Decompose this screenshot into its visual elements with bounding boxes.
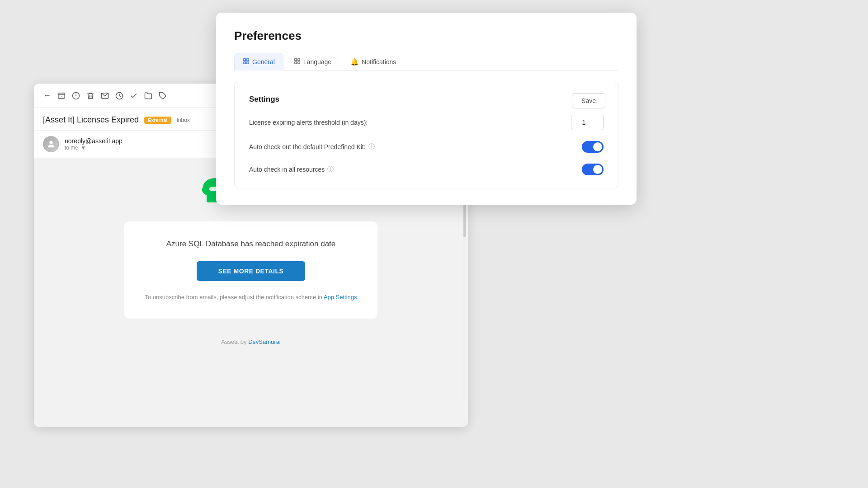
badge-external: External xyxy=(144,117,171,124)
auto-checkin-label: Auto check in all resources ⓘ xyxy=(249,165,334,174)
svg-point-7 xyxy=(49,141,52,144)
license-threshold-input[interactable] xyxy=(571,115,604,130)
svg-rect-19 xyxy=(247,62,249,64)
back-icon[interactable]: ← xyxy=(43,91,51,100)
email-footer: Assetit by DevSamurai xyxy=(221,338,281,345)
email-subject: [Asset It] Licenses Expired xyxy=(43,115,139,125)
clock-icon[interactable] xyxy=(115,92,123,100)
svg-rect-20 xyxy=(295,59,297,61)
sender-email: noreply@assetit.app xyxy=(65,137,123,145)
report-icon[interactable] xyxy=(72,92,80,100)
tab-language[interactable]: Language xyxy=(285,53,340,71)
unsubscribe-text: To unsubscribe from emails, please adjus… xyxy=(142,294,359,300)
see-more-details-button[interactable]: SEE MORE DETAILS xyxy=(197,261,306,281)
settings-card-title: Settings xyxy=(249,95,604,104)
app-settings-link[interactable]: App Settings xyxy=(324,294,357,300)
language-tab-icon xyxy=(294,58,301,66)
svg-rect-23 xyxy=(298,62,300,64)
checkmark-icon[interactable] xyxy=(130,92,138,100)
auto-checkout-toggle[interactable] xyxy=(582,141,604,153)
tab-language-label: Language xyxy=(303,58,331,66)
preferences-title: Preferences xyxy=(234,29,618,43)
tag-icon[interactable] xyxy=(159,92,167,100)
auto-checkin-row: Auto check in all resources ⓘ xyxy=(249,164,604,175)
email-card: Azure SQL Database has reached expiratio… xyxy=(124,221,377,319)
auto-checkout-row: Auto check out the default Predefined Ki… xyxy=(249,141,604,153)
avatar xyxy=(43,136,59,152)
svg-rect-16 xyxy=(244,59,245,61)
sender-to: to me ▼ xyxy=(65,145,123,151)
auto-checkout-help-icon[interactable]: ⓘ xyxy=(368,143,375,151)
archive-icon[interactable] xyxy=(57,92,66,100)
svg-rect-21 xyxy=(298,59,300,61)
preferences-tabs: General Language 🔔 Notifications xyxy=(234,53,618,71)
auto-checkin-toggle[interactable] xyxy=(582,164,604,175)
sender-to-chevron[interactable]: ▼ xyxy=(80,145,86,151)
svg-rect-17 xyxy=(247,59,249,61)
delete-icon[interactable] xyxy=(86,92,94,100)
tab-general-label: General xyxy=(252,58,275,66)
license-threshold-label: License expiring alerts threshold (in da… xyxy=(249,119,368,126)
auto-checkout-label: Auto check out the default Predefined Ki… xyxy=(249,143,375,151)
tab-general[interactable]: General xyxy=(234,53,283,71)
notifications-tab-icon: 🔔 xyxy=(350,58,359,66)
general-tab-icon xyxy=(243,58,250,66)
save-button[interactable]: Save xyxy=(572,93,605,108)
folder-icon[interactable] xyxy=(144,92,152,100)
badge-inbox: Inbox xyxy=(177,117,190,123)
svg-rect-18 xyxy=(244,62,245,64)
svg-rect-22 xyxy=(295,62,297,64)
license-threshold-row: License expiring alerts threshold (in da… xyxy=(249,115,604,130)
sender-info: noreply@assetit.app to me ▼ xyxy=(65,137,123,151)
devsumurai-link[interactable]: DevSamurai xyxy=(248,338,281,345)
svg-rect-0 xyxy=(58,93,65,95)
email-card-message: Azure SQL Database has reached expiratio… xyxy=(142,239,359,249)
mail-icon[interactable] xyxy=(101,92,109,100)
tab-notifications-label: Notifications xyxy=(362,58,396,66)
tab-notifications[interactable]: 🔔 Notifications xyxy=(342,53,405,71)
auto-checkin-help-icon[interactable]: ⓘ xyxy=(327,165,334,174)
preferences-dialog: Preferences General Language 🔔 Notificat… xyxy=(216,13,637,205)
settings-card: Settings Save License expiring alerts th… xyxy=(234,82,618,188)
